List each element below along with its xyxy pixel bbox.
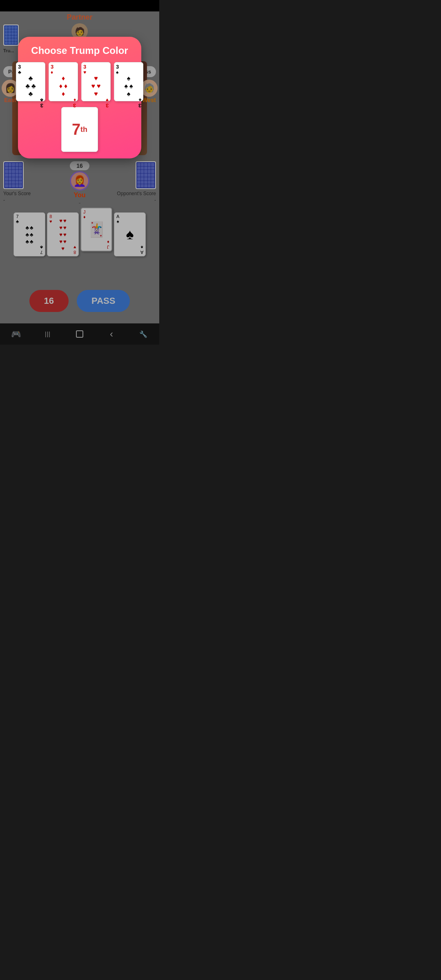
- clubs-rank-top: 3♣: [18, 64, 21, 75]
- trump-card-diamonds[interactable]: 3♦ ♦ ♦♦ ♦ 3♦: [49, 62, 78, 101]
- trump-color-modal: Choose Trump Color 3♣ ♣ ♣♣ ♣ 3♣ 3♦ ♦ ♦♦ …: [18, 37, 141, 158]
- seventh-card[interactable]: 7 th: [61, 107, 98, 152]
- hearts-suits: ♥ ♥♥ ♥: [91, 75, 101, 98]
- clubs-rank-bot: 3♣: [40, 98, 43, 108]
- trump-card-spades[interactable]: 3♠ ♠ ♠♠ ♠ 3♠: [114, 62, 143, 101]
- spades-rank-top: 3♠: [116, 64, 119, 75]
- trump-card-options: 3♣ ♣ ♣♣ ♣ 3♣ 3♦ ♦ ♦♦ ♦ 3♦ 3♥: [16, 62, 143, 101]
- modal-title: Choose Trump Color: [31, 45, 128, 56]
- trump-card-clubs[interactable]: 3♣ ♣ ♣♣ ♣ 3♣: [16, 62, 45, 101]
- game-background: Partner 🧑 Tru... Pass Pass 👩 East 🧓 West: [0, 0, 159, 345]
- seventh-suffix: th: [80, 125, 87, 134]
- diamonds-suits: ♦ ♦♦ ♦: [59, 75, 67, 98]
- hearts-rank-top: 3♥: [83, 64, 86, 75]
- spades-rank-bot: 3♠: [138, 98, 141, 108]
- seventh-number: 7: [72, 121, 80, 138]
- spades-suits: ♠ ♠♠ ♠: [125, 75, 133, 98]
- hearts-rank-bot: 3♥: [106, 98, 109, 108]
- trump-card-hearts[interactable]: 3♥ ♥ ♥♥ ♥ 3♥: [81, 62, 111, 101]
- clubs-suits: ♣ ♣♣ ♣: [26, 75, 36, 98]
- diamonds-rank-top: 3♦: [51, 64, 53, 75]
- diamonds-rank-bot: 3♦: [73, 98, 76, 108]
